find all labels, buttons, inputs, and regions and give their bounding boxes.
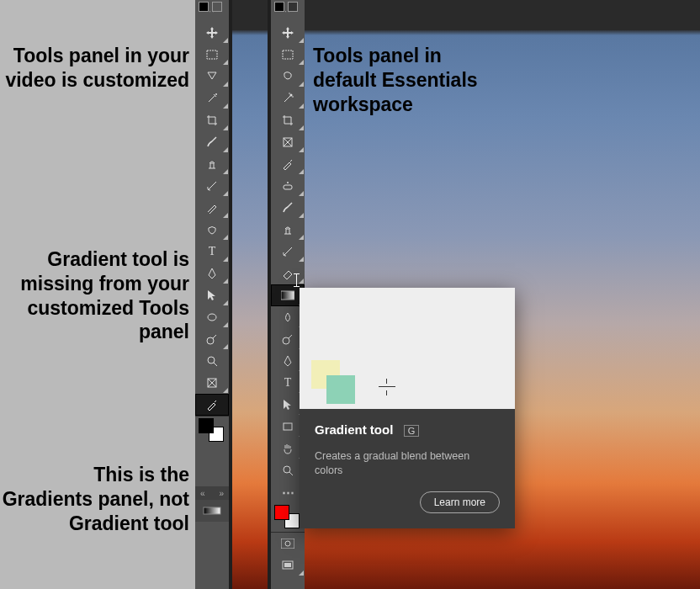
svg-point-17 <box>284 466 290 473</box>
annotation-gradient-missing: Gradient tool is missing from your custo… <box>0 247 189 344</box>
svg-point-8 <box>290 94 293 97</box>
history-brush-tool[interactable] <box>195 175 229 197</box>
clone-stamp-tool[interactable] <box>271 219 305 241</box>
path-selection-tool[interactable] <box>195 284 229 306</box>
lasso-tool[interactable] <box>271 66 305 88</box>
zoom-tool[interactable] <box>195 350 229 372</box>
smudge-tool[interactable] <box>195 219 229 241</box>
lasso-tool[interactable] <box>195 66 229 88</box>
svg-point-9 <box>289 93 290 94</box>
annotation-customized-panel: Tools panel in your video is customized <box>0 44 189 93</box>
crop-tool[interactable] <box>195 109 229 131</box>
brush-tool[interactable] <box>271 197 305 219</box>
svg-point-13 <box>287 182 289 183</box>
eraser-tool[interactable] <box>271 263 305 284</box>
svg-point-10 <box>292 96 294 98</box>
tooltip-preview <box>300 288 515 409</box>
screen-mode[interactable] <box>271 555 305 576</box>
panel-collapse-controls[interactable]: «» <box>195 486 229 500</box>
svg-rect-14 <box>281 291 294 300</box>
pencil-tool[interactable] <box>195 197 229 219</box>
foreground-color[interactable] <box>199 418 214 433</box>
spot-healing-brush-tool[interactable] <box>271 175 305 197</box>
rectangular-marquee-tool[interactable] <box>195 44 229 66</box>
tool-tooltip: Gradient tool G Creates a gradual blend … <box>300 288 515 528</box>
tooltip-shortcut: G <box>404 425 420 437</box>
customized-tools-panel: ∙∙ T «» <box>195 0 229 589</box>
quick-mask-mode[interactable] <box>271 533 305 555</box>
pen-tool[interactable] <box>195 263 229 284</box>
panel-separator <box>229 0 232 589</box>
color-sampler-tool[interactable] <box>195 394 229 416</box>
blur-tool[interactable] <box>195 328 229 350</box>
svg-rect-21 <box>284 563 291 567</box>
history-brush-tool[interactable] <box>271 241 305 263</box>
preview-square-2 <box>326 375 355 404</box>
annotation-gradients-panel: This is the Gradients panel, not Gradien… <box>0 463 189 535</box>
svg-rect-18 <box>281 539 294 549</box>
svg-rect-6 <box>204 507 220 514</box>
type-tool[interactable]: T <box>195 241 229 263</box>
svg-point-4 <box>208 357 215 363</box>
svg-point-3 <box>207 337 214 344</box>
frame-tool[interactable] <box>271 131 305 153</box>
magic-wand-tool[interactable] <box>195 88 229 109</box>
move-tool[interactable] <box>195 22 229 44</box>
gradients-panel-button[interactable] <box>195 500 229 522</box>
foreground-background-swatches[interactable] <box>195 417 229 445</box>
svg-rect-7 <box>283 50 293 59</box>
swatch-mini-controls[interactable] <box>195 0 229 15</box>
rectangular-marquee-tool[interactable] <box>271 44 305 66</box>
svg-rect-0 <box>207 50 217 59</box>
annotation-default-panel: Tools panel in default Essentials worksp… <box>313 44 498 116</box>
ellipse-tool[interactable] <box>195 306 229 328</box>
crosshair-icon <box>379 379 395 395</box>
eyedropper-tool[interactable] <box>271 153 305 175</box>
svg-rect-12 <box>284 185 292 189</box>
learn-more-button[interactable]: Learn more <box>420 491 500 513</box>
svg-point-15 <box>283 337 289 344</box>
clone-stamp-tool[interactable] <box>195 153 229 175</box>
move-tool[interactable] <box>271 22 305 44</box>
svg-rect-16 <box>284 423 292 430</box>
foreground-color[interactable] <box>274 505 289 520</box>
tooltip-title: Gradient tool <box>315 422 393 437</box>
tooltip-description: Creates a gradual blend between colors <box>315 449 500 478</box>
svg-point-2 <box>208 314 216 321</box>
magic-wand-tool[interactable] <box>271 88 305 109</box>
brush-tool[interactable] <box>195 131 229 153</box>
crop-tool[interactable] <box>271 109 305 131</box>
svg-point-19 <box>285 541 290 546</box>
swatch-mini-controls[interactable] <box>271 0 305 15</box>
frame-tool[interactable] <box>195 372 229 394</box>
svg-point-1 <box>215 93 217 95</box>
